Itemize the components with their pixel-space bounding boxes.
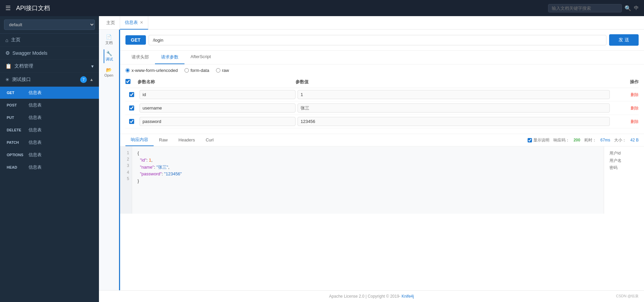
size-label: 大小： xyxy=(614,137,626,143)
row2-value-input[interactable] xyxy=(298,103,610,113)
doc-panel-item-debug[interactable]: 🔧 调试 xyxy=(104,49,114,63)
doc-panel-item-doc[interactable]: 📄 文档 xyxy=(104,33,114,47)
radio-urlencoded-input[interactable] xyxy=(125,68,130,73)
sidebar-item-put-info[interactable]: PUT 信息表 xyxy=(0,112,99,124)
header-checkbox[interactable] xyxy=(125,79,130,84)
row1-value-col xyxy=(298,90,610,99)
sidebar: default ⌂ 主页 ⚙ Swagger Models 📋 文档管理 ▾ ✳… xyxy=(0,16,99,302)
row3-name-input[interactable] xyxy=(140,117,296,126)
api-item-label-put: 信息表 xyxy=(29,115,42,121)
sidebar-select[interactable]: default xyxy=(4,19,95,30)
sidebar-item-delete-info[interactable]: DELETE 信息表 xyxy=(0,124,99,136)
open-icon: 📂 xyxy=(106,67,112,73)
code-content: { "id": 1, "name": "张三", "password": "12… xyxy=(132,146,604,214)
tabs-bar: 主页 信息表 ✕ xyxy=(99,16,644,30)
show-desc-label[interactable]: 显示说明 xyxy=(528,137,549,143)
tab-info-label: 信息表 xyxy=(125,19,138,26)
radio-formdata[interactable]: form-data xyxy=(184,68,209,73)
api-item-label-post: 信息表 xyxy=(29,102,42,108)
response-tab-raw[interactable]: Raw xyxy=(154,135,173,146)
tab-home[interactable]: 主页 xyxy=(102,16,120,30)
footer-brand-link[interactable]: Knife4j xyxy=(401,294,414,299)
radio-raw-label: raw xyxy=(222,68,229,73)
radio-formdata-label: form-data xyxy=(191,68,209,73)
sidebar-item-head-info[interactable]: HEAD 信息表 xyxy=(0,161,99,174)
radio-urlencoded[interactable]: x-www-form-urlencoded xyxy=(125,68,178,73)
search-icon[interactable]: 🔍 xyxy=(625,5,631,11)
sidebar-item-label-swagger: Swagger Models xyxy=(12,50,47,56)
row2-name-col xyxy=(140,103,296,113)
response-tab-content[interactable]: 响应内容 xyxy=(125,134,154,146)
response-descriptions: 用户id 用户名 密码 xyxy=(604,146,644,214)
method-button[interactable]: GET xyxy=(125,35,146,45)
home-icon: ⌂ xyxy=(5,37,8,43)
row2-name-input[interactable] xyxy=(140,103,296,113)
show-desc-text: 显示说明 xyxy=(533,137,549,143)
row3-delete-button[interactable]: 删除 xyxy=(631,119,639,124)
row3-checkbox[interactable] xyxy=(129,119,134,124)
radio-raw-input[interactable] xyxy=(216,68,220,73)
footer: Apache License 2.0 | Copyright © 2019- K… xyxy=(99,290,644,302)
send-button[interactable]: 发 送 xyxy=(609,34,639,46)
sidebar-item-swagger[interactable]: ⚙ Swagger Models xyxy=(0,47,99,60)
radio-formdata-input[interactable] xyxy=(184,68,189,73)
sidebar-item-post-info[interactable]: POST 信息表 xyxy=(0,99,99,112)
tab-request-params[interactable]: 请求参数 xyxy=(155,51,184,64)
doc-panel-item-open[interactable]: 📂 Open xyxy=(103,66,115,79)
sidebar-item-options-info[interactable]: OPTIONS 信息表 xyxy=(0,149,99,161)
sidebar-item-docs[interactable]: 📋 文档管理 ▾ xyxy=(0,60,99,73)
row3-action-col: 删除 xyxy=(612,118,639,125)
footer-csdn: CSDN @钰泉 xyxy=(616,294,639,299)
sidebar-item-get-info[interactable]: GET 信息表 xyxy=(0,87,99,99)
search-input[interactable] xyxy=(548,4,622,12)
show-desc-checkbox[interactable] xyxy=(528,138,532,142)
method-label-delete: DELETE xyxy=(7,128,25,132)
response-tab-headers[interactable]: Headers xyxy=(173,135,200,146)
desc-id: 用户id xyxy=(609,150,639,157)
radio-raw[interactable]: raw xyxy=(216,68,229,73)
code-viewer-wrapper: 1 2 3 4 5 { "id": 1, "name": "张三", "pass… xyxy=(120,146,644,214)
menu-icon[interactable]: ☰ xyxy=(5,4,11,12)
docs-chevron-icon: ▾ xyxy=(91,63,94,69)
row2-checkbox[interactable] xyxy=(129,105,134,111)
row2-value-col xyxy=(298,103,610,113)
search-area: 🔍 中 xyxy=(548,4,639,12)
col-check-header xyxy=(125,79,138,85)
lang-button[interactable]: 中 xyxy=(634,5,639,11)
tab-info-table[interactable]: 信息表 ✕ xyxy=(120,16,148,30)
response-tab-curl[interactable]: Curl xyxy=(200,135,219,146)
desc-password: 密码 xyxy=(609,164,639,172)
row1-name-input[interactable] xyxy=(140,90,296,99)
time-label: 耗时： xyxy=(584,137,596,143)
row1-value-input[interactable] xyxy=(298,90,610,99)
row1-check-col xyxy=(125,92,138,97)
doc-panel-debug-label: 调试 xyxy=(106,57,113,62)
row2-delete-button[interactable]: 删除 xyxy=(631,106,639,111)
main-panel: GET 发 送 请求头部 请求参数 AfterScript x-www-form… xyxy=(120,30,644,290)
content-area: 主页 信息表 ✕ 📄 文档 🔧 调试 📂 Open xyxy=(99,16,644,302)
url-input[interactable] xyxy=(149,35,606,45)
sidebar-select-wrap: default xyxy=(0,16,99,34)
sidebar-item-patch-info[interactable]: PATCH 信息表 xyxy=(0,136,99,149)
row3-check-col xyxy=(125,119,138,124)
app-title: API接口文档 xyxy=(16,4,548,12)
row1-checkbox[interactable] xyxy=(129,92,134,97)
row3-value-col xyxy=(298,117,610,126)
tab-close-icon[interactable]: ✕ xyxy=(140,20,143,25)
tab-home-label: 主页 xyxy=(106,20,115,26)
radio-urlencoded-label: x-www-form-urlencoded xyxy=(131,68,178,73)
row1-name-col xyxy=(140,90,296,99)
method-label-patch: PATCH xyxy=(7,140,25,144)
method-label-put: PUT xyxy=(7,116,25,120)
sidebar-item-label-home: 主页 xyxy=(11,37,20,43)
desc-name: 用户名 xyxy=(609,157,639,165)
response-tabs-bar: 响应内容 Raw Headers Curl 显示说明 响应码： 200 耗时： xyxy=(120,134,644,146)
sidebar-section-api[interactable]: ✳ 测试接口 7 ▲ xyxy=(0,73,99,87)
params-table-header: 参数名称 参数值 操作 xyxy=(125,76,639,88)
tab-after-script[interactable]: AfterScript xyxy=(184,51,217,64)
top-header: ☰ API接口文档 🔍 中 xyxy=(0,0,644,16)
row1-delete-button[interactable]: 删除 xyxy=(631,92,639,97)
sidebar-item-home[interactable]: ⌂ 主页 xyxy=(0,34,99,47)
tab-request-headers[interactable]: 请求头部 xyxy=(125,51,155,64)
row3-value-input[interactable] xyxy=(298,117,610,126)
